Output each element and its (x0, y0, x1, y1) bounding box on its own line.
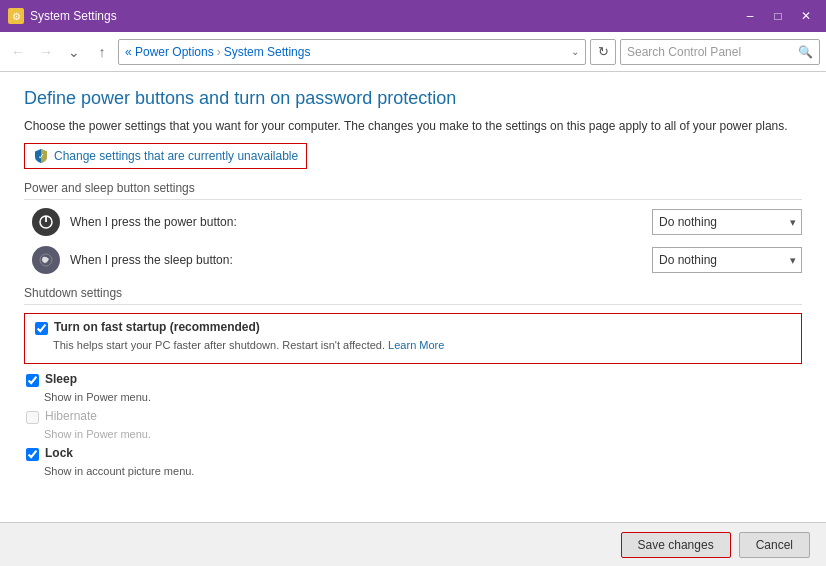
power-sleep-section-label: Power and sleep button settings (24, 181, 802, 200)
address-field[interactable]: « Power Options › System Settings ⌄ (118, 39, 586, 65)
page-description: Choose the power settings that you want … (24, 117, 802, 135)
forward-button[interactable]: → (34, 39, 58, 65)
app-icon: ⚙ (8, 8, 24, 24)
main-content: Define power buttons and turn on passwor… (0, 72, 826, 522)
back-button[interactable]: ← (6, 39, 30, 65)
lock-checkbox-label: Lock (45, 446, 73, 460)
sleep-button-select-wrapper: Do nothing Sleep Hibernate Shut down Tur… (652, 247, 802, 273)
fast-startup-label: Turn on fast startup (recommended) (54, 320, 260, 334)
power-button-select-wrapper: Do nothing Sleep Hibernate Shut down Tur… (652, 209, 802, 235)
shield-icon: ✓ (33, 148, 49, 164)
svg-text:✓: ✓ (38, 152, 45, 161)
address-bar: ← → ⌄ ↑ « Power Options › System Setting… (0, 32, 826, 72)
hibernate-checkbox-row: Hibernate (24, 409, 802, 424)
power-button-select[interactable]: Do nothing Sleep Hibernate Shut down Tur… (652, 209, 802, 235)
change-settings-text: Change settings that are currently unava… (54, 149, 298, 163)
cancel-button[interactable]: Cancel (739, 532, 810, 558)
title-bar: ⚙ System Settings – □ ✕ (0, 0, 826, 32)
window-title: System Settings (30, 9, 117, 23)
breadcrumb-separator: › (217, 45, 221, 59)
fast-startup-box: Turn on fast startup (recommended) This … (24, 313, 802, 364)
maximize-button[interactable]: □ (766, 6, 790, 26)
title-bar-left: ⚙ System Settings (8, 8, 117, 24)
close-button[interactable]: ✕ (794, 6, 818, 26)
fast-startup-description: This helps start your PC faster after sh… (53, 339, 793, 351)
search-placeholder-text: Search Control Panel (627, 45, 741, 59)
breadcrumb: « Power Options › System Settings (125, 45, 567, 59)
sleep-button-icon (32, 246, 60, 274)
breadcrumb-power-options[interactable]: « Power Options (125, 45, 214, 59)
lock-checkbox-desc: Show in account picture menu. (44, 465, 802, 477)
sleep-button-row: When I press the sleep button: Do nothin… (24, 246, 802, 274)
address-dropdown-icon: ⌄ (571, 46, 579, 57)
page-title: Define power buttons and turn on passwor… (24, 88, 802, 109)
lock-checkbox[interactable] (26, 448, 39, 461)
minimize-button[interactable]: – (738, 6, 762, 26)
up-button[interactable]: ↑ (90, 39, 114, 65)
refresh-button[interactable]: ↻ (590, 39, 616, 65)
save-changes-button[interactable]: Save changes (621, 532, 731, 558)
main-content-area: Define power buttons and turn on passwor… (0, 72, 826, 566)
footer: Save changes Cancel (0, 522, 826, 566)
sleep-button-label: When I press the sleep button: (70, 253, 652, 267)
change-settings-link[interactable]: ✓ Change settings that are currently una… (24, 143, 307, 169)
sleep-checkbox-label: Sleep (45, 372, 77, 386)
sleep-checkbox-row: Sleep (24, 372, 802, 387)
learn-more-link[interactable]: Learn More (388, 339, 444, 351)
recent-pages-button[interactable]: ⌄ (62, 39, 86, 65)
sleep-checkbox-desc: Show in Power menu. (44, 391, 802, 403)
search-field[interactable]: Search Control Panel 🔍 (620, 39, 820, 65)
shutdown-section: Shutdown settings Turn on fast startup (… (24, 286, 802, 477)
hibernate-checkbox-desc: Show in Power menu. (44, 428, 802, 440)
hibernate-checkbox[interactable] (26, 411, 39, 424)
power-button-label: When I press the power button: (70, 215, 652, 229)
fast-startup-checkbox[interactable] (35, 322, 48, 335)
hibernate-checkbox-label: Hibernate (45, 409, 97, 423)
sleep-button-select[interactable]: Do nothing Sleep Hibernate Shut down Tur… (652, 247, 802, 273)
search-icon: 🔍 (798, 45, 813, 59)
sleep-checkbox[interactable] (26, 374, 39, 387)
lock-checkbox-row: Lock (24, 446, 802, 461)
shutdown-section-label: Shutdown settings (24, 286, 802, 305)
title-controls: – □ ✕ (738, 6, 818, 26)
power-button-row: When I press the power button: Do nothin… (24, 208, 802, 236)
breadcrumb-system-settings[interactable]: System Settings (224, 45, 311, 59)
power-button-icon (32, 208, 60, 236)
fast-startup-row: Turn on fast startup (recommended) (33, 320, 793, 335)
